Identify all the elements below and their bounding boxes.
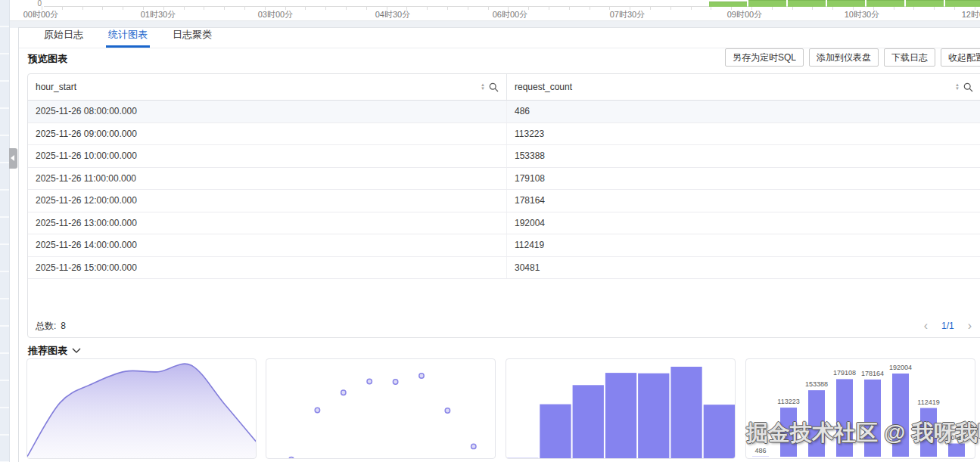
axis-tick (670, 6, 671, 10)
bar-data-label: 486 (754, 447, 766, 454)
prev-page-icon[interactable]: ‹ (924, 320, 928, 332)
axis-tick (244, 6, 245, 10)
preview-chart-title: 预览图表 (28, 52, 67, 66)
histogram-bar[interactable] (709, 2, 747, 7)
histogram-bar[interactable] (788, 0, 826, 7)
sort-icon[interactable]: ▲▼ (481, 83, 485, 91)
axis-tick (184, 6, 185, 10)
axis-tick (346, 6, 347, 10)
time-axis-label: 07时30分 (603, 9, 652, 20)
thumbnail-plot (266, 359, 495, 458)
time-axis-label: 03时00分 (251, 9, 300, 20)
tab-statistics-chart[interactable]: 统计图表 (106, 25, 150, 48)
chart-thumbnail-area[interactable] (26, 358, 257, 459)
bar-data-label: 112419 (917, 398, 939, 406)
download-logs-button[interactable]: 下载日志 (884, 48, 935, 67)
cell-request-count: 179108 (506, 168, 980, 190)
axis-tick (325, 6, 326, 10)
table-header-row: hour_start ▲▼ request_count ▲▼ (28, 74, 980, 101)
next-page-icon[interactable]: › (968, 320, 972, 332)
main-panel: 原始日志 统计图表 日志聚类 预览图表 另存为定时SQL 添加到仪表盘 下载日志… (18, 27, 980, 462)
axis-tick (691, 6, 692, 10)
histogram-bar[interactable] (906, 0, 944, 7)
add-to-dashboard-button[interactable]: 添加到仪表盘 (809, 48, 879, 67)
table-row: 2025-11-26 09:00:00.000113223 (28, 123, 980, 146)
table-row: 2025-11-26 10:00:00.000153388 (28, 145, 980, 168)
axis-tick (42, 6, 42, 10)
thumbnail-plot (27, 359, 256, 458)
toolbar: 另存为定时SQL 添加到仪表盘 下载日志 收起配置 (725, 48, 980, 67)
column-label: hour_start (36, 82, 76, 92)
collapse-config-button[interactable]: 收起配置 (941, 48, 980, 67)
table-row: 2025-11-26 15:00:00.00030481 (28, 257, 980, 280)
bar-data-label: 113223 (777, 398, 799, 405)
column-header-request-count: request_count ▲▼ (506, 74, 980, 100)
result-tabbar: 原始日志 统计图表 日志聚类 (19, 28, 980, 48)
axis-tick (265, 6, 266, 10)
bar-data-label: 178164 (861, 370, 884, 377)
time-axis-label: 09时00分 (720, 9, 769, 20)
time-axis-label: 01时30分 (134, 9, 182, 20)
cell-hour-start: 2025-11-26 12:00:00.000 (28, 190, 506, 212)
tab-raw-logs[interactable]: 原始日志 (42, 25, 86, 48)
axis-tick (163, 6, 164, 10)
axis-tick (488, 6, 489, 10)
axis-tick (528, 6, 529, 10)
recommended-charts-toggle[interactable]: 推荐图表 (28, 344, 81, 358)
table-row: 2025-11-26 13:00:00.000192004 (28, 212, 980, 235)
bar-data-label: 153388 (805, 380, 828, 388)
cell-request-count: 113223 (506, 123, 980, 145)
axis-tick (366, 6, 367, 10)
axis-tick (569, 6, 570, 10)
histogram-bar[interactable] (945, 0, 980, 7)
table-row: 2025-11-26 14:00:00.000112419 (28, 234, 980, 257)
axis-tick (62, 6, 63, 10)
sort-icon[interactable]: ▲▼ (955, 83, 960, 91)
chart-thumbnail-scatter[interactable] (266, 358, 496, 459)
column-search-icon[interactable] (963, 82, 973, 92)
axis-tick (630, 6, 630, 10)
column-search-icon[interactable] (489, 82, 499, 92)
axis-tick (508, 6, 509, 10)
time-histogram-panel[interactable]: 0 00时00分01时30分03时00分04时30分06时00分07时30分09… (10, 0, 980, 21)
cell-request-count: 112419 (506, 234, 980, 256)
axis-tick (590, 6, 590, 10)
axis-tick (224, 6, 225, 10)
cell-hour-start: 2025-11-26 09:00:00.000 (28, 123, 506, 145)
axis-tick (447, 6, 448, 10)
axis-tick (387, 6, 387, 10)
cell-request-count: 153388 (506, 145, 980, 167)
tab-log-clustering[interactable]: 日志聚类 (170, 25, 214, 48)
bar-data-label: 192004 (889, 364, 912, 371)
axis-tick (650, 6, 651, 10)
histogram-bar[interactable] (866, 0, 904, 7)
cell-hour-start: 2025-11-26 10:00:00.000 (28, 145, 506, 167)
bar-data-label: 179108 (833, 369, 856, 377)
save-as-scheduled-sql-button[interactable]: 另存为定时SQL (725, 48, 804, 67)
axis-tick (305, 6, 306, 10)
column-header-hour-start: hour_start ▲▼ (28, 74, 506, 100)
table-row: 2025-11-26 12:00:00.000178164 (28, 190, 980, 212)
table-body: 2025-11-26 08:00:00.0004862025-11-26 09:… (28, 101, 980, 279)
axis-tick (204, 6, 204, 10)
table-footer: 总数: 8 ‹ 1/1 › (28, 315, 980, 337)
axis-tick (549, 6, 549, 10)
cell-request-count: 486 (506, 101, 980, 122)
panel-collapse-handle[interactable] (9, 148, 17, 169)
histogram-y-min-label: 0 (33, 0, 42, 8)
histogram-bar[interactable] (748, 0, 786, 7)
time-axis-label: 12时00分 (955, 9, 980, 20)
axis-tick (468, 6, 468, 10)
axis-tick (609, 6, 610, 10)
chart-thumbnail-labeled-bar[interactable]: 4861132231533881791081781641920041124193… (745, 358, 975, 459)
axis-tick (82, 6, 83, 10)
chart-thumbnail-bar[interactable] (506, 358, 736, 459)
time-axis-label: 04时30分 (369, 9, 417, 20)
axis-tick (143, 6, 144, 10)
histogram-bar[interactable] (827, 0, 865, 7)
bar-data-label: 30481 (947, 434, 966, 442)
cell-hour-start: 2025-11-26 13:00:00.000 (28, 212, 506, 234)
cell-request-count: 30481 (506, 257, 980, 279)
cell-hour-start: 2025-11-26 14:00:00.000 (28, 234, 506, 256)
time-axis-label: 10时30分 (838, 9, 886, 20)
